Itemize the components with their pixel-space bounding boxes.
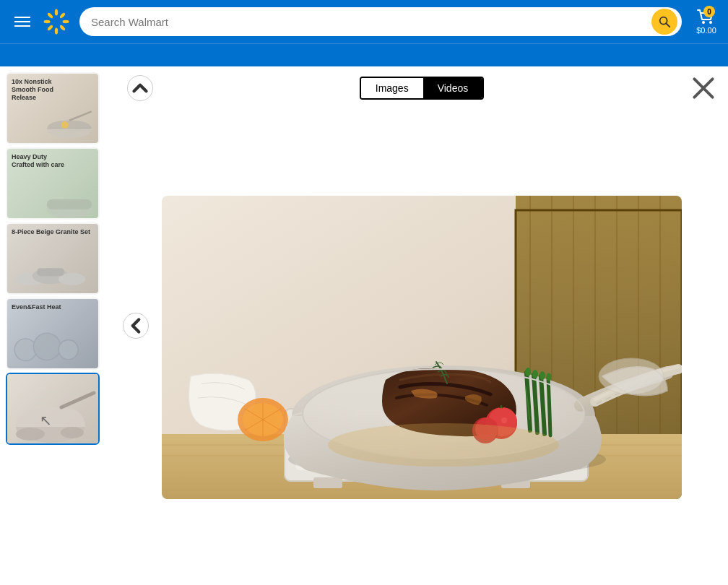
svg-rect-20	[37, 269, 64, 277]
thumb-pan-icon-5	[7, 375, 98, 443]
svg-point-76	[599, 358, 664, 394]
close-icon	[690, 75, 716, 101]
close-button[interactable]	[690, 75, 716, 101]
svg-point-27	[61, 427, 84, 438]
cursor-indicator: ↖	[40, 412, 52, 429]
svg-point-1	[55, 28, 58, 35]
svg-point-3	[63, 20, 69, 23]
svg-point-7	[47, 25, 53, 31]
svg-line-13	[69, 112, 92, 121]
svg-point-11	[709, 21, 712, 24]
svg-rect-45	[313, 477, 342, 488]
chevron-left-icon	[124, 313, 148, 338]
thumbnail-2[interactable]: Heavy DutyCrafted with care	[6, 147, 100, 220]
product-scene-svg	[162, 196, 682, 499]
svg-point-14	[61, 121, 69, 129]
chevron-up-icon	[128, 76, 152, 100]
cart-button[interactable]: 0 $0.00	[696, 9, 716, 35]
search-input[interactable]	[91, 16, 646, 28]
thumbnail-sidebar: 10x NonstickSmooth FoodRelease Heavy Dut…	[0, 66, 116, 585]
thumbnail-4[interactable]: Even&Fast Heat	[6, 298, 100, 370]
svg-point-73	[547, 373, 552, 381]
thumbnail-5[interactable]: ↖	[6, 373, 100, 445]
svg-line-9	[666, 23, 670, 27]
svg-point-2	[44, 20, 51, 23]
cart-total: $0.00	[696, 26, 716, 35]
navbar: 0 $0.00	[0, 0, 728, 43]
thumb-pan-icon-2	[37, 172, 98, 218]
svg-point-6	[59, 12, 66, 19]
svg-point-5	[59, 25, 66, 31]
svg-point-0	[55, 9, 58, 16]
content-area: 10x NonstickSmooth FoodRelease Heavy Dut…	[0, 66, 728, 585]
thumbnail-1[interactable]: 10x NonstickSmooth FoodRelease	[6, 72, 100, 144]
thumb-label-2: Heavy DutyCrafted with care	[12, 153, 64, 169]
media-tabs: Images Videos	[360, 77, 484, 100]
svg-point-10	[702, 21, 705, 24]
hamburger-menu-button[interactable]	[12, 14, 33, 30]
svg-point-72	[540, 371, 545, 380]
main-product-image	[162, 196, 682, 499]
secondary-navbar	[0, 43, 728, 66]
thumb-set-icon-3	[11, 233, 90, 293]
svg-point-70	[525, 368, 531, 376]
walmart-logo[interactable]	[42, 7, 71, 36]
search-icon	[658, 15, 671, 28]
svg-point-22	[33, 334, 60, 360]
thumb-heat-icon-4	[7, 307, 87, 368]
cart-badge: 0	[703, 6, 715, 17]
svg-point-26	[16, 428, 45, 441]
search-bar	[79, 7, 682, 36]
svg-rect-16	[47, 199, 92, 209]
svg-point-75	[328, 423, 559, 467]
images-tab-button[interactable]: Images	[361, 78, 423, 98]
svg-point-4	[47, 12, 53, 19]
thumb-pan-icon-1	[40, 98, 98, 143]
videos-tab-button[interactable]: Videos	[423, 78, 483, 98]
main-image-area	[116, 110, 728, 585]
svg-point-66	[501, 417, 507, 423]
scroll-up-button[interactable]	[127, 75, 153, 101]
search-button[interactable]	[651, 9, 677, 35]
svg-line-25	[61, 393, 94, 407]
toolbar-area: Images Videos	[116, 66, 728, 110]
svg-point-71	[532, 370, 538, 378]
svg-point-23	[58, 340, 78, 360]
previous-image-button[interactable]	[123, 313, 149, 339]
thumbnail-3[interactable]: 8-Piece Beige Granite Set	[6, 222, 100, 295]
